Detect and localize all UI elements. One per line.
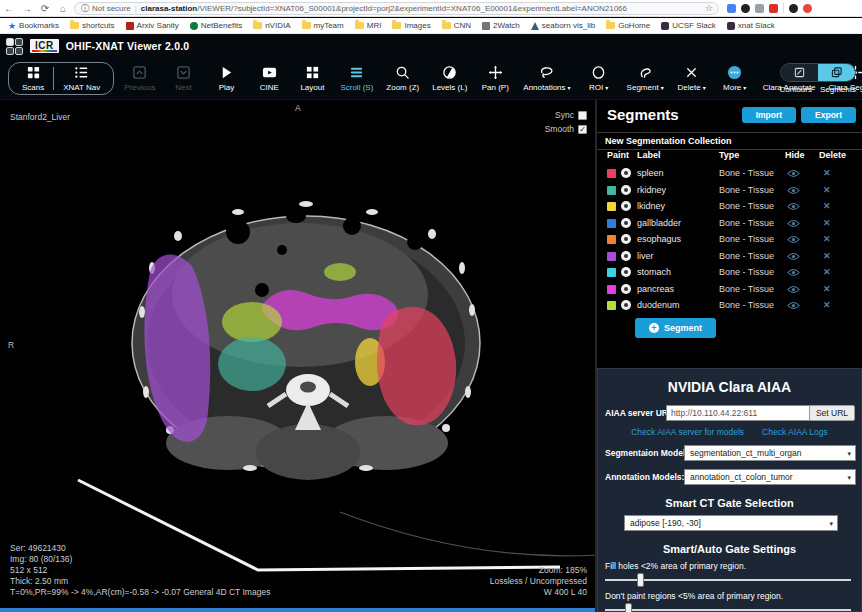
segment-color-swatch[interactable] — [607, 252, 616, 261]
gate-select[interactable]: adipose [-190, -30] ▾ — [624, 515, 838, 531]
segmentation-model-select[interactable]: segmentation_ct_multi_organ ▾ — [684, 445, 856, 461]
add-segment-button[interactable]: + Segment — [635, 318, 716, 338]
segment-label[interactable]: pancreas — [637, 284, 674, 294]
import-button[interactable]: Import — [742, 107, 796, 123]
profile-avatar[interactable] — [789, 4, 798, 13]
bookmark-item[interactable]: UCSF Slack — [661, 21, 716, 30]
segment-label[interactable]: lkidney — [637, 201, 665, 211]
layout-button[interactable]: Layout — [297, 65, 327, 92]
segment-tool-button[interactable]: Segment▾ — [627, 65, 664, 92]
segment-color-swatch[interactable] — [607, 235, 616, 244]
more-button[interactable]: More▾ — [720, 65, 750, 92]
paint-icon[interactable] — [621, 185, 631, 195]
segment-label[interactable]: liver — [637, 251, 654, 261]
bookmark-item[interactable]: MRI — [355, 21, 382, 30]
roi-button[interactable]: ROI▾ — [584, 65, 614, 92]
url-bar[interactable]: ⓘ Not secure | clarasa-station/VIEWER/?s… — [74, 2, 719, 15]
paint-icon[interactable] — [621, 218, 631, 228]
bookmark-item[interactable]: Images — [392, 21, 430, 30]
segment-color-swatch[interactable] — [607, 301, 616, 310]
eye-icon[interactable] — [787, 268, 800, 277]
smooth-checkbox[interactable]: ✓ — [578, 125, 587, 134]
bookmark-star-icon[interactable]: ☆ — [705, 3, 713, 13]
paint-icon[interactable] — [621, 234, 631, 244]
bookmark-item[interactable]: CNN — [442, 21, 471, 30]
segment-label[interactable]: gallbladder — [637, 218, 681, 228]
site-info-icon[interactable]: ⓘ — [81, 3, 89, 14]
bookmark-item[interactable]: ★Bookmarks — [8, 21, 59, 31]
reload-icon[interactable]: ⟳ — [36, 3, 54, 14]
slice-scrollbar[interactable] — [0, 608, 597, 612]
bookmark-item[interactable]: myTeam — [302, 21, 344, 30]
check-models-link[interactable]: Check AIAA server for models — [631, 427, 744, 437]
home-icon[interactable]: ⌂ — [54, 3, 72, 14]
segment-color-swatch[interactable] — [607, 285, 616, 294]
cast-extension-icon[interactable] — [727, 4, 736, 13]
grid-extension-icon[interactable] — [755, 4, 764, 13]
eye-icon[interactable] — [787, 285, 800, 294]
eye-icon[interactable] — [787, 186, 800, 195]
slider-handle[interactable] — [637, 573, 644, 587]
set-url-button[interactable]: Set URL — [809, 405, 855, 421]
server-url-input[interactable] — [666, 405, 812, 421]
segment-label[interactable]: rkidney — [637, 185, 666, 195]
ct-viewport[interactable]: Stanford2_Liver A R Sync Smooth ✓ Ser: 4… — [0, 100, 597, 612]
delete-segment-icon[interactable]: ✕ — [823, 300, 831, 310]
segment-label[interactable]: duodenum — [637, 300, 680, 310]
delete-button[interactable]: Delete▾ — [677, 65, 707, 92]
dont-paint-slider[interactable] — [605, 603, 851, 612]
bookmark-item[interactable]: seaborn vis_lib — [531, 21, 595, 30]
globe-extension-icon[interactable] — [741, 4, 750, 13]
segments-toggle-button[interactable] — [818, 64, 855, 81]
bookmark-item[interactable]: 2Watch — [482, 21, 520, 30]
bookmark-item[interactable]: nVIDIA — [253, 21, 290, 30]
delete-segment-icon[interactable]: ✕ — [823, 284, 831, 294]
contours-toggle-button[interactable] — [781, 64, 818, 81]
annotation-model-select[interactable]: annotation_ct_colon_tumor ▾ — [684, 469, 856, 485]
scroll-tool-button[interactable]: Scroll (S) — [340, 65, 373, 92]
eye-icon[interactable] — [787, 235, 800, 244]
segment-label[interactable]: stomach — [637, 267, 671, 277]
bookmark-item[interactable]: Arxiv Sanity — [126, 21, 179, 30]
eye-icon[interactable] — [787, 169, 800, 178]
paint-icon[interactable] — [621, 284, 631, 294]
play-button[interactable]: Play — [211, 65, 241, 92]
fill-holes-slider[interactable] — [605, 573, 851, 587]
scans-button[interactable]: Scans — [13, 65, 53, 92]
segment-color-swatch[interactable] — [607, 186, 616, 195]
segment-color-swatch[interactable] — [607, 202, 616, 211]
delete-segment-icon[interactable]: ✕ — [823, 251, 831, 261]
slider-handle[interactable] — [625, 603, 632, 612]
paint-icon[interactable] — [621, 251, 631, 261]
delete-segment-icon[interactable]: ✕ — [823, 267, 831, 277]
eye-icon[interactable] — [787, 202, 800, 211]
delete-segment-icon[interactable]: ✕ — [823, 218, 831, 228]
chrome-menu-icon[interactable] — [803, 4, 812, 13]
pan-tool-button[interactable]: Pan (P) — [480, 65, 510, 92]
eye-icon[interactable] — [787, 301, 800, 310]
forward-icon[interactable]: → — [18, 3, 36, 14]
contours-toggle-label[interactable]: Contours — [780, 85, 812, 94]
xnat-nav-button[interactable]: XNAT Nav — [54, 65, 109, 92]
bookmark-item[interactable]: shortcuts — [70, 21, 114, 30]
zoom-tool-button[interactable]: Zoom (Z) — [386, 65, 419, 92]
delete-segment-icon[interactable]: ✕ — [823, 168, 831, 178]
back-icon[interactable]: ← — [0, 3, 18, 14]
bookmark-item[interactable]: GoHome — [606, 21, 650, 30]
eye-icon[interactable] — [787, 252, 800, 261]
levels-tool-button[interactable]: Levels (L) — [432, 65, 467, 92]
check-logs-link[interactable]: Check AIAA Logs — [762, 427, 828, 437]
segment-color-swatch[interactable] — [607, 169, 616, 178]
paint-icon[interactable] — [621, 201, 631, 211]
segment-label[interactable]: esophagus — [637, 234, 681, 244]
delete-segment-icon[interactable]: ✕ — [823, 185, 831, 195]
bookmark-item[interactable]: NetBenefits — [190, 21, 242, 30]
paint-icon[interactable] — [621, 168, 631, 178]
export-button[interactable]: Export — [801, 107, 856, 123]
annotations-button[interactable]: Annotations▾ — [523, 65, 570, 92]
segment-color-swatch[interactable] — [607, 219, 616, 228]
segment-color-swatch[interactable] — [607, 268, 616, 277]
bookmark-item[interactable]: xnat Slack — [727, 21, 775, 30]
paint-icon[interactable] — [621, 300, 631, 310]
segments-toggle-label[interactable]: Segments — [820, 85, 856, 94]
